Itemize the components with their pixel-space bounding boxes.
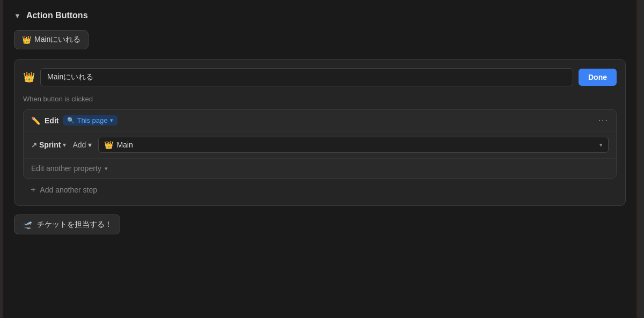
edit-panel-emoji: 👑: [23, 71, 35, 83]
main-container: ▼ Action Buttons 👑 Mainにいれる 👑 Done When …: [0, 0, 644, 318]
section-title: Action Buttons: [26, 11, 88, 20]
value-chevron-icon: ▾: [599, 142, 603, 149]
search-icon: 🔍: [67, 117, 75, 124]
edit-pencil-icon: ✏️: [31, 116, 40, 125]
main-action-button[interactable]: 👑 Mainにいれる: [14, 30, 89, 49]
value-emoji: 👑: [104, 140, 113, 149]
bottom-action-button[interactable]: 🛫 チケットを担当する！: [14, 215, 120, 234]
edit-panel: 👑 Done When button is clicked ✏️ Edit 🔍 …: [14, 59, 626, 206]
chevron-icon: ▼: [14, 12, 21, 20]
action-header-left: ✏️ Edit 🔍 This page ▾: [31, 115, 118, 125]
this-page-chevron-icon: ▾: [110, 117, 113, 124]
this-page-badge[interactable]: 🔍 This page ▾: [63, 115, 117, 125]
action-label: Edit: [45, 116, 58, 125]
done-button[interactable]: Done: [579, 69, 617, 86]
edit-another-label: Edit another property: [31, 164, 101, 173]
add-step-label: Add another step: [40, 186, 97, 194]
property-name-label: Sprint: [39, 140, 61, 149]
trigger-label: When button is clicked: [23, 95, 617, 103]
add-button[interactable]: Add ▾: [72, 140, 92, 149]
add-chevron-icon: ▾: [88, 140, 92, 149]
add-label: Add: [72, 140, 86, 149]
property-name-button[interactable]: ↗ Sprint ▾: [31, 140, 66, 149]
bottom-button-label: チケットを担当する！: [37, 220, 112, 230]
main-button-label: Mainにいれる: [34, 35, 80, 45]
main-button-emoji: 👑: [22, 35, 31, 44]
value-selector[interactable]: 👑 Main ▾: [98, 137, 609, 153]
action-container: ✏️ Edit 🔍 This page ▾ ··· ↗ Sprint: [23, 109, 617, 179]
edit-another-property-row[interactable]: Edit another property ▾: [24, 159, 616, 178]
property-chevron-icon: ▾: [63, 142, 66, 149]
arrow-up-right-icon: ↗: [31, 141, 37, 149]
button-name-input[interactable]: [40, 68, 573, 86]
ellipsis-button[interactable]: ···: [598, 116, 609, 125]
add-step-row[interactable]: + Add another step: [23, 179, 617, 197]
section-header: ▼ Action Buttons: [14, 11, 626, 20]
button-name-row: 👑 Done: [23, 68, 617, 86]
content-area: ▼ Action Buttons 👑 Mainにいれる 👑 Done When …: [3, 0, 636, 318]
value-selector-left: 👑 Main: [104, 140, 133, 149]
value-label: Main: [116, 140, 133, 149]
edit-another-chevron-icon: ▾: [105, 165, 108, 172]
action-header: ✏️ Edit 🔍 This page ▾ ···: [24, 110, 616, 131]
plane-icon: 🛫: [22, 219, 33, 230]
plus-icon: +: [31, 185, 35, 195]
this-page-label: This page: [77, 116, 107, 124]
property-row: ↗ Sprint ▾ Add ▾ 👑 Main ▾: [24, 131, 616, 159]
right-border: [636, 0, 644, 318]
